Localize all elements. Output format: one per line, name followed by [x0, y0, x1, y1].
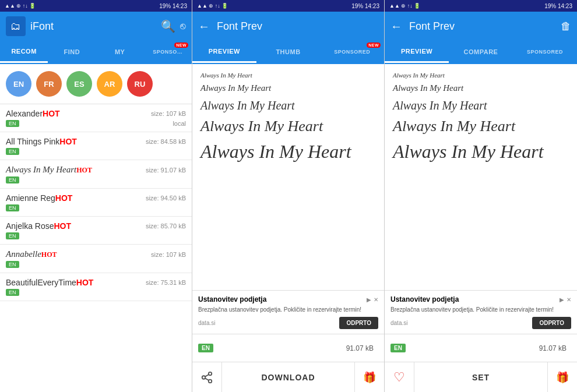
- panel-font-prev-2: ▲▲ ⊕ ↑↓ 🔋 19% 14:23 ← Font Prev 🗑 PREVIE…: [385, 0, 577, 392]
- status-bar-1: ▲▲ ⊕ ↑↓ 🔋 19% 14:23: [0, 0, 192, 12]
- list-item[interactable]: BeautifulEveryTimeHOT size: 75.31 kB EN: [0, 273, 192, 301]
- heart-icon: ♡: [393, 370, 405, 385]
- preview-text-xs-3: Always In My Heart: [393, 71, 569, 79]
- lang-es[interactable]: ES: [66, 71, 92, 97]
- preview-text-md-3: Always In My Heart: [393, 98, 569, 113]
- font-size: size: 94.50 kB: [146, 195, 186, 202]
- svg-point-1: [202, 376, 206, 379]
- tab-sponsored-1[interactable]: SPONSO… New: [144, 41, 192, 63]
- bottom-bar-2: EN 91.07 kB: [192, 334, 384, 362]
- set-button[interactable]: SET: [414, 362, 548, 392]
- status-right-1: 19% 14:23: [159, 3, 187, 9]
- lang-fr[interactable]: FR: [36, 71, 62, 97]
- preview-text-md: Always In My Heart: [200, 98, 376, 113]
- tab-recom[interactable]: RECOM: [0, 41, 48, 63]
- lang-ru[interactable]: RU: [127, 71, 153, 97]
- page-title-3: Font Prev: [409, 20, 556, 33]
- tab-sponsored-3[interactable]: SPONSORED: [513, 41, 577, 63]
- share-action-icon[interactable]: [192, 371, 221, 384]
- tab-bar-1: RECOM FIND MY SPONSO… New: [0, 41, 192, 64]
- font-list: AlexanderHOT size: 107 kB EN local All T…: [0, 104, 192, 392]
- tab-bar-2: PREVIEW THUMB SPONSORED New: [192, 41, 384, 64]
- ad-icons-2: ▶ ✕: [367, 296, 378, 303]
- new-badge-2: New: [367, 43, 381, 48]
- gift-icon-3[interactable]: 🎁: [548, 371, 577, 384]
- font-lang-tag: EN: [6, 120, 19, 127]
- font-lang-tag: EN: [6, 176, 19, 183]
- font-size: size: 107 kB: [151, 251, 186, 258]
- back-button-2[interactable]: ←: [198, 20, 210, 33]
- list-item[interactable]: Amienne RegHOT size: 94.50 kB EN: [0, 189, 192, 217]
- share-icon[interactable]: ⎋: [180, 21, 186, 31]
- ad-banner-3: Ustanovitev podjetja ▶ ✕ Brezplačna usta…: [385, 290, 577, 334]
- font-name: AlexanderHOT: [6, 109, 60, 118]
- bottom-size-3: 91.07 kB: [410, 344, 567, 352]
- tab-preview-2[interactable]: PREVIEW: [192, 41, 256, 63]
- bottom-bar-3: EN 91.07 kB: [385, 334, 577, 362]
- font-lang-tag: EN: [6, 204, 19, 211]
- tab-preview-3[interactable]: PREVIEW: [385, 41, 449, 63]
- list-item[interactable]: AnnabelleHOT size: 107 kB EN: [0, 245, 192, 273]
- list-item[interactable]: All Things PinkHOT size: 84.58 kB EN: [0, 132, 192, 160]
- status-left-3: ▲▲ ⊕ ↑↓ 🔋: [389, 3, 420, 9]
- list-item[interactable]: Always In My HeartHOT size: 91.07 kB EN: [0, 160, 192, 189]
- svg-line-3: [205, 378, 209, 380]
- tab-bar-3: PREVIEW COMPARE SPONSORED: [385, 41, 577, 64]
- preview-text-lg: Always In My Heart: [200, 116, 376, 136]
- app-title: iFont: [30, 20, 156, 33]
- list-item[interactable]: Anjelka RoseHOT size: 85.70 kB EN: [0, 217, 192, 245]
- font-size: size: 91.07 kB: [146, 167, 186, 174]
- font-lang-tag: EN: [6, 289, 19, 296]
- ad-domain-2: data.si: [198, 320, 336, 326]
- ad-button-2[interactable]: ODPRTO: [339, 317, 378, 329]
- trash-icon[interactable]: 🗑: [561, 20, 571, 33]
- font-local: local: [173, 120, 186, 127]
- search-icon[interactable]: 🔍: [161, 19, 175, 33]
- status-left-1: ▲▲ ⊕ ↑↓ 🔋: [5, 3, 36, 9]
- download-button[interactable]: DOWNLOAD: [221, 362, 355, 392]
- preview-text-sm-3: Always In My Heart: [393, 83, 569, 94]
- ad-close-icon-3[interactable]: ✕: [567, 296, 571, 303]
- lang-ar[interactable]: AR: [97, 71, 122, 97]
- font-lang-tag: EN: [6, 148, 19, 155]
- tab-compare-3[interactable]: COMPARE: [449, 41, 513, 63]
- tab-sponsored-2[interactable]: SPONSORED New: [320, 41, 384, 63]
- panel-font-prev-1: ▲▲ ⊕ ↑↓ 🔋 19% 14:23 ← Font Prev PREVIEW …: [192, 0, 385, 392]
- ad-label-icon: ▶: [367, 296, 371, 303]
- list-item[interactable]: AlexanderHOT size: 107 kB EN local: [0, 104, 192, 132]
- bottom-size-2: 91.07 kB: [218, 344, 374, 352]
- ad-button-3[interactable]: ODPRTO: [532, 317, 571, 329]
- tab-my[interactable]: MY: [96, 41, 144, 63]
- font-size: size: 85.70 kB: [146, 223, 186, 229]
- back-button-3[interactable]: ←: [390, 20, 402, 33]
- app-icon: 🗂: [6, 16, 26, 36]
- ad-banner-2: Ustanovitev podjetja ▶ ✕ Brezplačna usta…: [192, 290, 384, 334]
- status-left-2: ▲▲ ⊕ ↑↓ 🔋: [197, 3, 228, 9]
- bottom-lang-2: EN: [198, 344, 213, 352]
- gift-icon-2[interactable]: 🎁: [355, 371, 384, 384]
- preview-text-xl: Always In My Heart: [200, 140, 376, 164]
- language-row: EN FR ES AR RU: [0, 64, 192, 104]
- font-size: size: 84.58 kB: [146, 138, 186, 145]
- heart-action-icon[interactable]: ♡: [385, 370, 414, 385]
- panel-ifont: ▲▲ ⊕ ↑↓ 🔋 19% 14:23 🗂 iFont 🔍 ⎋ RECOM FI…: [0, 0, 192, 392]
- ad-domain-3: data.si: [390, 320, 529, 326]
- status-right-2: 19% 14:23: [351, 3, 379, 9]
- font-lang-tag: EN: [6, 232, 19, 239]
- ad-body-2: Brezplačna ustanovitev podjetja. Pokliči…: [198, 306, 378, 313]
- preview-text-lg-3: Always In My Heart: [393, 116, 569, 136]
- header-3: ← Font Prev 🗑: [385, 12, 577, 41]
- page-title-2: Font Prev: [217, 20, 378, 33]
- font-name: Amienne RegHOT: [6, 193, 72, 203]
- ad-title-3: Ustanovitev podjetja: [390, 295, 459, 303]
- status-right-3: 19% 14:23: [544, 3, 572, 9]
- ad-title-2: Ustanovitev podjetja: [198, 295, 266, 303]
- tab-thumb-2[interactable]: THUMB: [256, 41, 321, 63]
- ad-close-icon[interactable]: ✕: [374, 296, 378, 303]
- lang-en[interactable]: EN: [6, 71, 31, 97]
- new-badge-1: New: [174, 43, 188, 48]
- preview-text-sm: Always In My Heart: [200, 83, 376, 94]
- font-name: AnnabelleHOT: [6, 249, 57, 259]
- font-size: size: 107 kB: [151, 110, 186, 117]
- tab-find[interactable]: FIND: [48, 41, 96, 63]
